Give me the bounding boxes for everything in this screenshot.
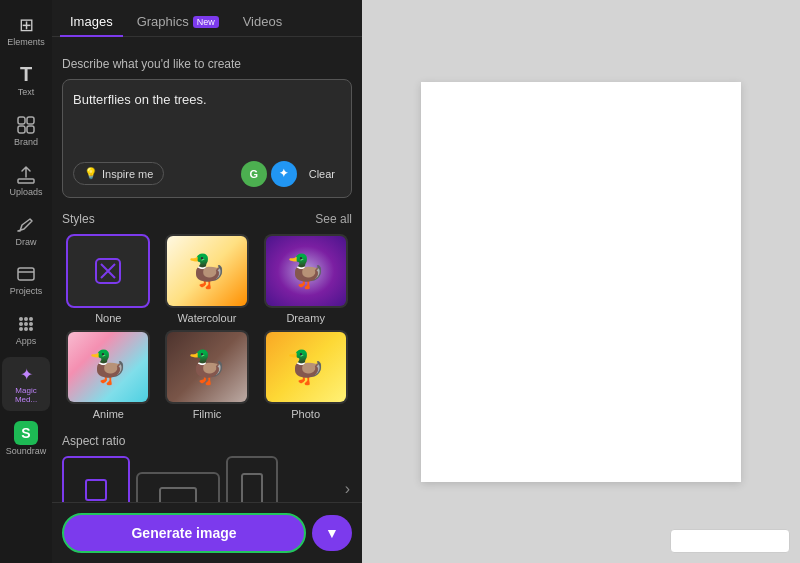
style-thumb-dreamy: 🦆 — [264, 234, 348, 308]
canvas-search-input[interactable] — [670, 529, 790, 553]
elements-icon: ⊞ — [15, 14, 37, 36]
prompt-box: Butterflies on the trees. 💡 Inspire me G… — [62, 79, 352, 198]
svg-rect-17 — [160, 488, 196, 503]
style-name-anime: Anime — [93, 408, 124, 420]
svg-point-14 — [29, 327, 33, 331]
canvas-area — [362, 0, 800, 563]
text-icon: T — [15, 64, 37, 86]
prompt-actions: 💡 Inspire me G ✦ Clear — [73, 161, 341, 187]
draw-icon — [15, 214, 37, 236]
aspect-item-landscape[interactable]: Landscape — [136, 472, 220, 503]
style-item-watercolour[interactable]: 🦆 Watercolour — [161, 234, 254, 324]
svg-rect-5 — [18, 268, 34, 280]
sidebar-item-soundraw[interactable]: S Soundraw — [2, 415, 50, 463]
svg-rect-1 — [27, 117, 34, 124]
aspect-item-square[interactable]: Square — [62, 456, 130, 503]
chevron-down-icon: ▼ — [325, 525, 339, 541]
svg-rect-18 — [242, 474, 262, 503]
brand-label: Brand — [14, 138, 38, 148]
brand-icon — [15, 114, 37, 136]
sidebar-item-projects[interactable]: Projects — [2, 257, 50, 303]
ai-icon-1[interactable]: G — [241, 161, 267, 187]
style-name-watercolour: Watercolour — [178, 312, 237, 324]
aspect-ratio-label: Aspect ratio — [62, 434, 352, 448]
scroll-right-icon[interactable]: › — [345, 480, 350, 498]
clear-button[interactable]: Clear — [303, 164, 341, 184]
apps-label: Apps — [16, 337, 37, 347]
aspect-item-portrait[interactable]: Portrait — [226, 456, 278, 503]
svg-rect-0 — [18, 117, 25, 124]
tabs-bar: Images Graphics New Videos — [52, 0, 362, 37]
style-name-dreamy: Dreamy — [286, 312, 325, 324]
generate-button[interactable]: Generate image — [62, 513, 306, 553]
svg-rect-2 — [18, 126, 25, 133]
sidebar-item-brand[interactable]: Brand — [2, 108, 50, 154]
svg-point-11 — [29, 322, 33, 326]
tab-graphics[interactable]: Graphics New — [127, 8, 229, 37]
style-name-none: None — [95, 312, 121, 324]
style-thumb-none — [66, 234, 150, 308]
sidebar-item-elements[interactable]: ⊞ Elements — [2, 8, 50, 54]
styles-grid: None 🦆 Watercolour 🦆 Dreamy 🦆 — [62, 234, 352, 420]
apps-icon — [15, 313, 37, 335]
sidebar-item-draw[interactable]: Draw — [2, 208, 50, 254]
style-thumb-filmic: 🦆 — [165, 330, 249, 404]
svg-rect-3 — [27, 126, 34, 133]
canvas-white — [421, 82, 741, 482]
style-thumb-anime: 🦆 — [66, 330, 150, 404]
projects-label: Projects — [10, 287, 43, 297]
style-item-photo[interactable]: 🦆 Photo — [259, 330, 352, 420]
svg-rect-16 — [86, 480, 106, 500]
style-item-dreamy[interactable]: 🦆 Dreamy — [259, 234, 352, 324]
svg-point-12 — [19, 327, 23, 331]
text-label: Text — [18, 88, 35, 98]
style-item-none[interactable]: None — [62, 234, 155, 324]
aspect-box-portrait — [226, 456, 278, 503]
tab-videos[interactable]: Videos — [233, 8, 293, 37]
inspire-button[interactable]: 💡 Inspire me — [73, 162, 164, 185]
aspect-box-landscape — [136, 472, 220, 503]
sidebar-item-uploads[interactable]: Uploads — [2, 158, 50, 204]
tab-images[interactable]: Images — [60, 8, 123, 37]
prompt-textarea[interactable]: Butterflies on the trees. — [73, 90, 341, 149]
panel-content: Describe what you'd like to create Butte… — [52, 37, 362, 502]
sidebar-item-magic-media[interactable]: ✦ Magic Med... — [2, 357, 50, 411]
uploads-icon — [15, 164, 37, 186]
styles-header: Styles See all — [62, 212, 352, 226]
soundraw-label: Soundraw — [6, 447, 47, 457]
inspire-icon: 💡 — [84, 167, 98, 180]
style-item-anime[interactable]: 🦆 Anime — [62, 330, 155, 420]
style-thumb-photo: 🦆 — [264, 330, 348, 404]
sidebar-item-apps[interactable]: Apps — [2, 307, 50, 353]
icon-sidebar: ⊞ Elements T Text Brand Uploads Draw Pro… — [0, 0, 52, 563]
describe-label: Describe what you'd like to create — [62, 57, 352, 71]
soundraw-icon: S — [14, 421, 38, 445]
elements-label: Elements — [7, 38, 45, 48]
graphics-new-badge: New — [193, 16, 219, 28]
magic-media-label: Magic Med... — [6, 387, 46, 405]
sidebar-item-text[interactable]: T Text — [2, 58, 50, 104]
svg-point-10 — [24, 322, 28, 326]
projects-icon — [15, 263, 37, 285]
svg-point-6 — [19, 317, 23, 321]
aspect-box-square — [62, 456, 130, 503]
see-all-link[interactable]: See all — [315, 212, 352, 226]
svg-point-7 — [24, 317, 28, 321]
main-panel: Images Graphics New Videos Describe what… — [52, 0, 362, 563]
style-item-filmic[interactable]: 🦆 Filmic — [161, 330, 254, 420]
svg-point-8 — [29, 317, 33, 321]
svg-point-13 — [24, 327, 28, 331]
draw-label: Draw — [15, 238, 36, 248]
style-name-filmic: Filmic — [193, 408, 222, 420]
prompt-icons: G ✦ — [241, 161, 297, 187]
generate-bar: Generate image ▼ — [52, 502, 362, 563]
uploads-label: Uploads — [9, 188, 42, 198]
magic-media-icon: ✦ — [15, 363, 37, 385]
style-thumb-watercolour: 🦆 — [165, 234, 249, 308]
styles-label: Styles — [62, 212, 95, 226]
canvas-bottom-bar — [670, 529, 790, 553]
svg-rect-4 — [18, 179, 34, 183]
generate-options-button[interactable]: ▼ — [312, 515, 352, 551]
ai-icon-2[interactable]: ✦ — [271, 161, 297, 187]
style-name-photo: Photo — [291, 408, 320, 420]
